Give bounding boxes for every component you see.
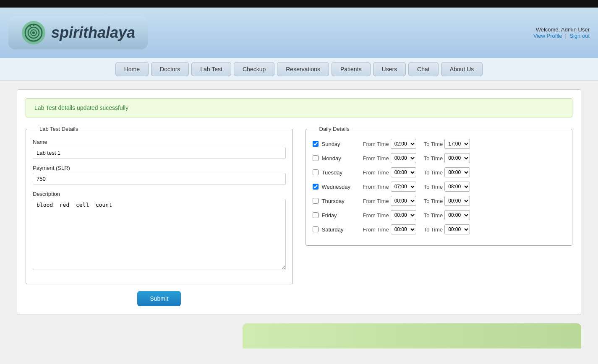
day-row-sunday: SundayFrom Time00:0001:0002:0003:0004:00…	[313, 139, 566, 149]
nav-bar: Home Doctors Lab Test Checkup Reservatio…	[0, 58, 598, 81]
view-profile-link[interactable]: View Profile	[533, 33, 562, 39]
to-time-label-thursday: To Time	[424, 198, 443, 204]
to-time-select-friday[interactable]: 00:0001:0002:0003:0004:0005:0006:0007:00…	[444, 210, 470, 220]
from-time-select-wednesday[interactable]: 00:0001:0002:0003:0004:0005:0006:0007:00…	[391, 182, 416, 192]
label-sunday: Sunday	[322, 141, 360, 147]
from-time-label-saturday: From Time	[363, 226, 389, 233]
from-time-label-thursday: From Time	[363, 198, 389, 204]
form-layout: Lab Test Details Name Payment (SLR) Desc…	[26, 126, 572, 306]
checkbox-monday[interactable]	[313, 155, 319, 161]
from-time-select-tuesday[interactable]: 00:0001:0002:0003:0004:0005:0006:0007:00…	[391, 167, 416, 177]
right-panel: Daily Details SundayFrom Time00:0001:000…	[306, 126, 573, 306]
payment-input[interactable]	[33, 173, 286, 185]
from-time-group-saturday: From Time00:0001:0002:0003:0004:0005:000…	[363, 224, 416, 234]
to-time-select-sunday[interactable]: 00:0001:0002:0003:0004:0005:0006:0007:00…	[444, 139, 470, 149]
label-wednesday: Wednesday	[322, 184, 360, 190]
from-time-label-wednesday: From Time	[363, 184, 389, 190]
checkbox-tuesday[interactable]	[313, 169, 319, 175]
from-time-group-tuesday: From Time00:0001:0002:0003:0004:0005:000…	[363, 167, 416, 177]
name-group: Name	[33, 139, 286, 159]
to-time-select-tuesday[interactable]: 00:0001:0002:0003:0004:0005:0006:0007:00…	[444, 167, 470, 177]
to-time-select-thursday[interactable]: 00:0001:0002:0003:0004:0005:0006:0007:00…	[444, 196, 470, 206]
svg-point-5	[29, 25, 31, 27]
main-content: Lab Test details updated sucessfully Lab…	[0, 81, 598, 357]
to-time-label-saturday: To Time	[424, 226, 443, 233]
nav-labtest[interactable]: Lab Test	[191, 62, 231, 76]
nav-aboutus[interactable]: About Us	[441, 62, 483, 76]
welcome-text: Welcome, Admin User	[533, 26, 590, 33]
svg-point-6	[33, 24, 34, 26]
daily-details-fieldset: Daily Details SundayFrom Time00:0001:000…	[306, 126, 573, 246]
to-time-label-tuesday: To Time	[424, 169, 443, 176]
label-thursday: Thursday	[322, 198, 360, 204]
day-row-friday: FridayFrom Time00:0001:0002:0003:0004:00…	[313, 210, 566, 220]
description-label: Description	[33, 191, 286, 197]
to-time-group-saturday: To Time00:0001:0002:0003:0004:0005:0006:…	[424, 224, 470, 234]
nav-checkup[interactable]: Checkup	[234, 62, 274, 76]
label-friday: Friday	[322, 212, 360, 218]
day-row-thursday: ThursdayFrom Time00:0001:0002:0003:0004:…	[313, 196, 566, 206]
description-textarea[interactable]	[33, 199, 286, 270]
nav-patients[interactable]: Patients	[332, 62, 371, 76]
from-time-group-sunday: From Time00:0001:0002:0003:0004:0005:000…	[363, 139, 416, 149]
day-row-saturday: SaturdayFrom Time00:0001:0002:0003:0004:…	[313, 224, 566, 234]
from-time-group-wednesday: From Time00:0001:0002:0003:0004:0005:000…	[363, 182, 416, 192]
to-time-select-saturday[interactable]: 00:0001:0002:0003:0004:0005:0006:0007:00…	[444, 224, 470, 234]
left-panel: Lab Test Details Name Payment (SLR) Desc…	[26, 126, 293, 306]
checkbox-sunday[interactable]	[313, 141, 319, 147]
from-time-group-monday: From Time00:0001:0002:0003:0004:0005:000…	[363, 153, 416, 163]
name-input[interactable]	[33, 147, 286, 159]
from-time-select-friday[interactable]: 00:0001:0002:0003:0004:0005:0006:0007:00…	[391, 210, 416, 220]
lab-test-legend: Lab Test Details	[37, 126, 81, 132]
nav-doctors[interactable]: Doctors	[151, 62, 189, 76]
to-time-label-friday: To Time	[424, 212, 443, 218]
to-time-label-monday: To Time	[424, 155, 443, 161]
logo-text: spirithalaya	[51, 24, 135, 42]
from-time-group-thursday: From Time00:0001:0002:0003:0004:0005:000…	[363, 196, 416, 206]
nav-chat[interactable]: Chat	[408, 62, 439, 76]
payment-group: Payment (SLR)	[33, 165, 286, 185]
to-time-group-sunday: To Time00:0001:0002:0003:0004:0005:0006:…	[424, 139, 470, 149]
from-time-label-tuesday: From Time	[363, 169, 389, 176]
checkbox-saturday[interactable]	[313, 226, 319, 232]
to-time-select-monday[interactable]: 00:0001:0002:0003:0004:0005:0006:0007:00…	[444, 153, 470, 163]
from-time-select-saturday[interactable]: 00:0001:0002:0003:0004:0005:0006:0007:00…	[391, 224, 416, 234]
checkbox-friday[interactable]	[313, 212, 319, 218]
bottom-bar	[243, 323, 581, 348]
from-time-select-monday[interactable]: 00:0001:0002:0003:0004:0005:0006:0007:00…	[391, 153, 416, 163]
user-info: Welcome, Admin User View Profile | Sign …	[533, 26, 590, 39]
nav-users[interactable]: Users	[373, 62, 406, 76]
label-saturday: Saturday	[322, 226, 360, 233]
from-time-select-sunday[interactable]: 00:0001:0002:0003:0004:0005:0006:0007:00…	[391, 139, 416, 149]
day-row-monday: MondayFrom Time00:0001:0002:0003:0004:00…	[313, 153, 566, 163]
outer-box: Lab Test details updated sucessfully Lab…	[17, 89, 581, 315]
to-time-group-thursday: To Time00:0001:0002:0003:0004:0005:0006:…	[424, 196, 470, 206]
submit-button[interactable]: Submit	[137, 291, 181, 306]
from-time-label-monday: From Time	[363, 155, 389, 161]
from-time-select-thursday[interactable]: 00:0001:0002:0003:0004:0005:0006:0007:00…	[391, 196, 416, 206]
separator: |	[565, 33, 567, 39]
checkbox-wednesday[interactable]	[313, 184, 319, 190]
to-time-group-friday: To Time00:0001:0002:0003:0004:0005:0006:…	[424, 210, 470, 220]
from-time-label-friday: From Time	[363, 212, 389, 218]
logo-icon	[21, 20, 46, 45]
top-bar	[0, 0, 598, 8]
nav-home[interactable]: Home	[115, 62, 149, 76]
from-time-group-friday: From Time00:0001:0002:0003:0004:0005:000…	[363, 210, 416, 220]
header: spirithalaya Welcome, Admin User View Pr…	[0, 8, 598, 58]
days-container: SundayFrom Time00:0001:0002:0003:0004:00…	[313, 139, 566, 234]
label-monday: Monday	[322, 155, 360, 161]
sign-out-link[interactable]: Sign out	[569, 33, 590, 39]
payment-label: Payment (SLR)	[33, 165, 286, 171]
to-time-group-monday: To Time00:0001:0002:0003:0004:0005:0006:…	[424, 153, 470, 163]
to-time-label-sunday: To Time	[424, 141, 443, 147]
to-time-label-wednesday: To Time	[424, 184, 443, 190]
from-time-label-sunday: From Time	[363, 141, 389, 147]
svg-point-4	[32, 31, 35, 34]
name-label: Name	[33, 139, 286, 145]
label-tuesday: Tuesday	[322, 169, 360, 176]
nav-reservations[interactable]: Reservations	[277, 62, 329, 76]
description-group: Description	[33, 191, 286, 271]
checkbox-thursday[interactable]	[313, 198, 319, 204]
to-time-select-wednesday[interactable]: 00:0001:0002:0003:0004:0005:0006:0007:00…	[444, 182, 470, 192]
